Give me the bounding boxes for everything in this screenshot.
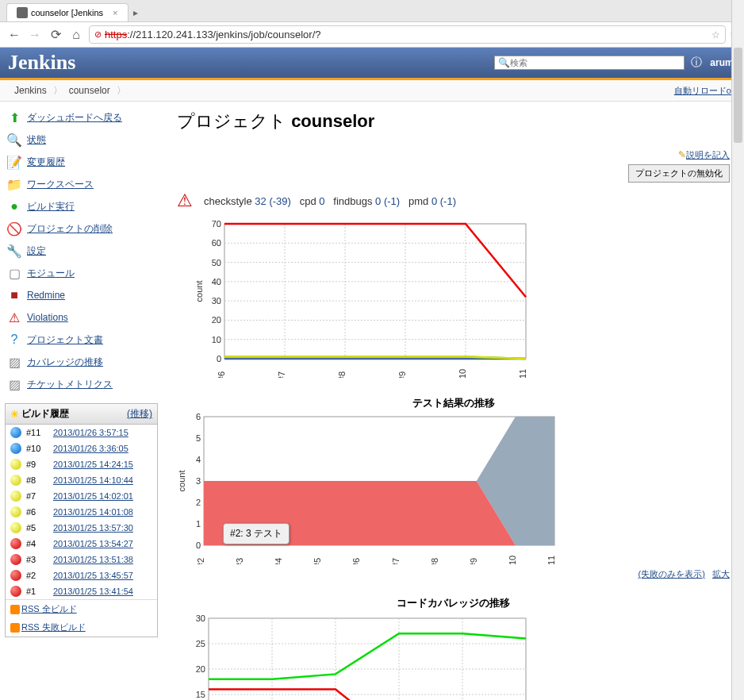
help-icon[interactable]: ⓘ — [691, 56, 702, 70]
jenkins-logo[interactable]: Jenkins — [8, 51, 494, 75]
svg-text:#4: #4 — [274, 558, 283, 564]
sidebar-item[interactable]: 🚫プロジェクトの削除 — [5, 217, 158, 240]
sidebar-item[interactable]: 📁ワークスペース — [5, 173, 158, 195]
bookmark-star-icon[interactable]: ☆ — [711, 29, 720, 40]
disable-project-button[interactable]: プロジェクトの無効化 — [628, 164, 730, 183]
back-button[interactable]: ← — [6, 27, 22, 43]
build-status-ball-icon — [10, 554, 21, 565]
scrollbar-thumb[interactable] — [734, 48, 742, 143]
address-bar: ← → ⟳ ⌂ ⊘ https://211.120.241.133/jenkin… — [0, 21, 744, 47]
svg-text:30: 30 — [196, 613, 205, 623]
sidebar-item[interactable]: 🔍状態 — [5, 129, 158, 151]
violation-name: findbugs — [333, 195, 375, 207]
build-status-ball-icon — [10, 570, 21, 581]
sidebar-item[interactable]: ▨チケットメトリクス — [5, 373, 158, 395]
svg-text:#11: #11 — [546, 556, 556, 564]
violation-value[interactable]: 32 (-39) — [255, 195, 291, 207]
build-date-link[interactable]: 2013/01/25 14:01:08 — [53, 507, 133, 517]
search-input[interactable] — [510, 58, 681, 67]
build-date-link[interactable]: 2013/01/25 13:57:30 — [53, 523, 133, 533]
build-row[interactable]: #102013/01/26 3:36:05 — [6, 440, 157, 456]
sidebar-link[interactable]: プロジェクトの削除 — [27, 222, 113, 236]
sidebar-link[interactable]: モジュール — [27, 267, 75, 280]
new-tab-button[interactable]: ▸ — [128, 6, 143, 20]
forward-button[interactable]: → — [27, 27, 43, 43]
tab-close-icon[interactable]: × — [113, 8, 117, 17]
sidebar-item[interactable]: ■Redmine — [5, 284, 158, 306]
build-date-link[interactable]: 2013/01/25 13:41:54 — [53, 587, 133, 596]
sidebar-item[interactable]: 🔧設定 — [5, 240, 158, 262]
rss-all-link[interactable]: RSS 全ビルド — [10, 603, 77, 615]
sidebar-link[interactable]: カバレッジの推移 — [27, 356, 103, 369]
build-row[interactable]: #62013/01/25 14:01:08 — [6, 504, 157, 520]
build-date-link[interactable]: 2013/01/25 13:51:38 — [53, 555, 133, 564]
sidebar-link[interactable]: チケットメトリクス — [27, 378, 113, 391]
build-status-ball-icon — [10, 522, 21, 533]
svg-text:#6: #6 — [217, 371, 226, 378]
build-date-link[interactable]: 2013/01/26 3:57:15 — [53, 428, 128, 437]
build-row[interactable]: #92013/01/25 14:24:15 — [6, 456, 157, 472]
sidebar-item[interactable]: ?プロジェクト文書 — [5, 329, 158, 351]
breadcrumb-project[interactable]: counselor — [63, 83, 117, 98]
sidebar-link[interactable]: Violations — [27, 312, 68, 323]
build-number: #9 — [26, 460, 48, 469]
sidebar-link[interactable]: 変更履歴 — [27, 156, 65, 169]
search-box[interactable]: 🔍 — [494, 56, 685, 70]
sidebar-item[interactable]: ⬆ダッシュボードへ戻る — [5, 106, 158, 129]
sidebar-link[interactable]: ビルド実行 — [27, 200, 75, 213]
build-row[interactable]: #22013/01/25 13:45:57 — [6, 567, 157, 583]
url-input[interactable]: ⊘ https://211.120.241.133/jenkins/job/co… — [89, 25, 726, 44]
build-row[interactable]: #42013/01/25 13:54:27 — [6, 536, 157, 552]
add-description-link[interactable]: 説明を記入 — [686, 150, 730, 160]
build-trend-link[interactable]: (推移) — [127, 407, 152, 421]
browser-tab[interactable]: counselor [Jenkins × — [6, 3, 128, 21]
sidebar-link[interactable]: ワークスペース — [27, 178, 94, 191]
build-date-link[interactable]: 2013/01/25 13:54:27 — [53, 539, 133, 548]
build-row[interactable]: #112013/01/26 3:57:15 — [6, 425, 157, 440]
violation-value[interactable]: 0 (-1) — [375, 195, 400, 207]
breadcrumb-jenkins[interactable]: Jenkins — [8, 83, 53, 98]
svg-text:4: 4 — [196, 455, 201, 464]
build-date-link[interactable]: 2013/01/25 14:24:15 — [53, 460, 133, 469]
sidebar-item[interactable]: ●ビルド実行 — [5, 195, 158, 217]
failures-only-link[interactable]: (失敗のみを表示) — [639, 569, 705, 579]
build-row[interactable]: #82013/01/25 14:10:44 — [6, 472, 157, 488]
violation-value[interactable]: 0 (-1) — [431, 195, 456, 207]
build-date-link[interactable]: 2013/01/25 13:45:57 — [53, 571, 133, 580]
build-date-link[interactable]: 2013/01/25 14:02:01 — [53, 491, 133, 501]
coverage-chart: コードカバレッジの推移 51015202530#6#7#8#9#10#11 Co… — [177, 596, 730, 700]
build-status-ball-icon — [10, 506, 21, 517]
build-date-link[interactable]: 2013/01/25 14:10:44 — [53, 475, 133, 485]
svg-text:25: 25 — [196, 639, 205, 648]
home-button[interactable]: ⌂ — [68, 27, 84, 43]
svg-text:40: 40 — [212, 277, 221, 287]
build-status-ball-icon — [10, 490, 21, 502]
reload-button[interactable]: ⟳ — [48, 27, 63, 43]
edit-icon: ✎ — [678, 149, 686, 160]
sidebar-link[interactable]: Redmine — [27, 290, 65, 301]
violation-value[interactable]: 0 — [319, 195, 324, 207]
svg-text:#3: #3 — [235, 558, 244, 564]
build-row[interactable]: #12013/01/25 13:41:54 — [6, 583, 157, 599]
chart-tooltip: #2: 3 テスト — [223, 523, 290, 544]
svg-text:1: 1 — [196, 519, 201, 529]
vertical-scrollbar[interactable] — [731, 0, 744, 700]
rss-fail-link[interactable]: RSS 失敗ビルド — [10, 621, 86, 633]
build-row[interactable]: #52013/01/25 13:57:30 — [6, 520, 157, 536]
svg-text:#9: #9 — [469, 558, 478, 564]
auto-reload-link[interactable]: 自動リロードon — [674, 85, 736, 97]
build-row[interactable]: #32013/01/25 13:51:38 — [6, 552, 157, 567]
sidebar-item[interactable]: ▢モジュール — [5, 262, 158, 284]
build-date-link[interactable]: 2013/01/26 3:36:05 — [53, 444, 128, 453]
enlarge-link[interactable]: 拡大 — [712, 569, 730, 579]
sidebar-link[interactable]: プロジェクト文書 — [27, 333, 103, 347]
sidebar-item[interactable]: ▨カバレッジの推移 — [5, 351, 158, 373]
sidebar-item[interactable]: 📝変更履歴 — [5, 151, 158, 173]
sidebar-link[interactable]: 状態 — [27, 133, 46, 147]
warning-icon: ⚠ — [177, 190, 193, 211]
build-row[interactable]: #72013/01/25 14:02:01 — [6, 488, 157, 504]
rss-icon — [10, 623, 20, 633]
sidebar-link[interactable]: ダッシュボードへ戻る — [27, 111, 122, 125]
sidebar-link[interactable]: 設定 — [27, 244, 46, 258]
sidebar-item[interactable]: ⚠Violations — [5, 306, 158, 329]
